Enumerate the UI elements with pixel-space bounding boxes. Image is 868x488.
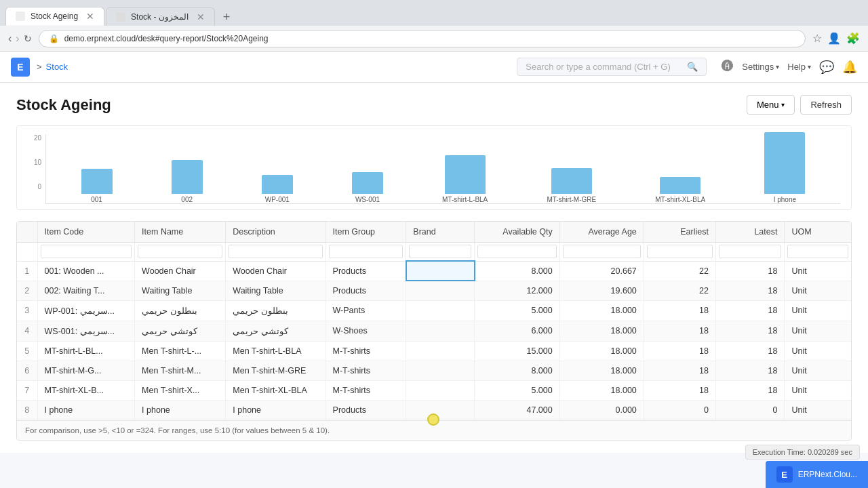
filter-item-code[interactable] xyxy=(41,245,132,258)
y-label-20: 20 xyxy=(28,134,41,142)
cell-item-code: 002: Waiting T... xyxy=(37,281,135,300)
app-header: E > Stock Search or type a command (Ctrl… xyxy=(0,52,868,83)
row-num: 4 xyxy=(17,321,37,341)
cell-item-name: كوتشي حريمي xyxy=(135,321,226,341)
cell-average-age: 18.000 xyxy=(559,321,644,341)
chart-bar-group-ws001: WS-001 xyxy=(352,172,383,203)
cell-item-group: Products xyxy=(326,400,406,420)
chart-label-002: 002 xyxy=(181,196,193,203)
cell-description: بنطلون حريمي xyxy=(226,300,326,321)
cell-latest: 18 xyxy=(715,361,784,380)
tab-close-makhzon[interactable]: ✕ xyxy=(197,12,205,22)
filter-brand[interactable] xyxy=(409,245,471,258)
execution-time-badge: Execution Time: 0.020289 sec xyxy=(745,445,860,453)
col-item-group: Item Group xyxy=(326,222,406,243)
cell-earliest: 18 xyxy=(644,300,715,321)
filter-item-group[interactable] xyxy=(329,245,403,258)
chart-bar-group-mt-l-bla: MT-shirt-L-BLA xyxy=(442,155,488,203)
filter-item-name[interactable] xyxy=(138,245,222,258)
tab-label-stock-ageing: Stock Ageing xyxy=(31,12,78,21)
chart-bar-group-mt-xl-bla: MT-shirt-XL-BLA xyxy=(655,177,705,203)
page-title: Stock Ageing xyxy=(16,96,111,114)
filter-latest[interactable] xyxy=(719,245,781,258)
table-row: 8I phoneI phoneI phoneProducts47.0000.00… xyxy=(17,400,851,420)
tab-icon-stock-ageing xyxy=(16,12,25,21)
cell-item-name: Waiting Table xyxy=(135,281,226,300)
bookmark-icon[interactable]: ☆ xyxy=(812,32,822,45)
table-row: 6MT-shirt-M-G...Men T-shirt-M...Men T-sh… xyxy=(17,361,851,380)
chart-label-mt-m-gre: MT-shirt-M-GRE xyxy=(547,196,596,203)
cell-item-name: I phone xyxy=(135,400,226,420)
cell-uom: Unit xyxy=(785,341,851,361)
col-latest: Latest xyxy=(715,222,784,243)
chart-bar-group-001: 001 xyxy=(81,169,113,203)
table-row: 5MT-shirt-L-BL...Men T-shirt-L-...Men T-… xyxy=(17,341,851,361)
col-earliest: Earliest xyxy=(644,222,715,243)
cell-brand xyxy=(406,400,475,420)
cell-uom: Unit xyxy=(785,300,851,321)
refresh-page-button[interactable]: Refresh xyxy=(800,95,852,115)
cell-earliest: 18 xyxy=(644,341,715,361)
new-tab-button[interactable]: + xyxy=(216,9,237,26)
cell-latest: 18 xyxy=(715,321,784,341)
row-num: 3 xyxy=(17,300,37,321)
cell-description: Men T-shirt-L-BLA xyxy=(226,341,326,361)
refresh-button[interactable]: ↻ xyxy=(24,33,32,44)
lock-icon: 🔒 xyxy=(49,34,59,43)
filter-earliest[interactable] xyxy=(647,245,713,258)
cell-available-qty: 47.000 xyxy=(475,400,559,420)
breadcrumb-stock-link[interactable]: Stock xyxy=(46,62,68,72)
cell-item-group: W-Pants xyxy=(326,300,406,321)
cell-item-group: M-T-shirts xyxy=(326,380,406,400)
y-label-10: 10 xyxy=(28,159,41,166)
cell-uom: Unit xyxy=(785,400,851,420)
header-search[interactable]: Search or type a command (Ctrl + G) 🔍 xyxy=(517,58,707,76)
chart-bar-group-mt-m-gre: MT-shirt-M-GRE xyxy=(547,168,596,203)
profile-icon[interactable]: 👤 xyxy=(827,32,841,45)
chat-icon[interactable]: 💬 xyxy=(819,60,834,75)
extensions-icon[interactable]: 🧩 xyxy=(846,32,860,45)
cell-item-group: Products xyxy=(326,261,406,281)
cell-item-code: MT-shirt-XL-B... xyxy=(37,380,135,400)
cell-earliest: 22 xyxy=(644,281,715,300)
cell-item-name: Men T-shirt-L-... xyxy=(135,341,226,361)
tab-stock-ageing[interactable]: Stock Ageing ✕ xyxy=(5,7,104,26)
chart-label-001: 001 xyxy=(91,196,102,203)
chart-label-ws001: WS-001 xyxy=(355,196,380,203)
filter-description[interactable] xyxy=(229,245,322,258)
col-brand: Brand xyxy=(406,222,475,243)
tab-close-stock-ageing[interactable]: ✕ xyxy=(86,12,94,21)
tab-stock-makhzon[interactable]: Stock - المخزون ✕ xyxy=(106,7,215,26)
menu-button[interactable]: Menu ▾ xyxy=(747,95,795,115)
filter-available-qty[interactable] xyxy=(477,245,556,258)
chart-y-axis: 20 10 0 xyxy=(28,134,41,204)
help-button[interactable]: Help ▾ xyxy=(787,62,811,72)
cell-item-code: MT-shirt-L-BL... xyxy=(37,341,135,361)
cell-average-age: 18.000 xyxy=(559,341,644,361)
menu-chevron-icon: ▾ xyxy=(781,101,785,108)
filter-uom[interactable] xyxy=(787,245,848,258)
forward-button[interactable]: › xyxy=(16,33,19,45)
address-input[interactable]: 🔒 demo.erpnext.cloud/desk#query-report/S… xyxy=(39,30,806,47)
filter-average-age[interactable] xyxy=(563,245,641,258)
cell-average-age: 18.000 xyxy=(559,380,644,400)
cell-item-group: M-T-shirts xyxy=(326,361,406,380)
table-row: 1001: Wooden ...Wooden ChairWooden Chair… xyxy=(17,261,851,281)
cell-item-code: WP-001: سريمي... xyxy=(37,300,135,321)
notification-icon[interactable]: 🔔 xyxy=(842,60,857,75)
chart-label-mt-xl-bla: MT-shirt-XL-BLA xyxy=(655,196,705,203)
chart-bar-wp001 xyxy=(262,175,293,194)
chart-label-wp001: WP-001 xyxy=(265,196,290,203)
breadcrumb-separator: > xyxy=(37,62,42,72)
app-logo[interactable]: E xyxy=(11,58,30,77)
settings-button[interactable]: Settings ▾ xyxy=(742,62,779,72)
refresh-label: Refresh xyxy=(810,100,842,110)
chart-bar-mt-m-gre xyxy=(551,168,592,194)
cell-earliest: 18 xyxy=(644,361,715,380)
chart-bar-mt-l-bla xyxy=(445,155,486,194)
cell-uom: Unit xyxy=(785,261,851,281)
col-num xyxy=(17,222,37,243)
chart-bar-group-wp001: WP-001 xyxy=(262,175,293,203)
cell-description: Men T-shirt-XL-BLA xyxy=(226,380,326,400)
back-button[interactable]: ‹ xyxy=(8,33,12,45)
